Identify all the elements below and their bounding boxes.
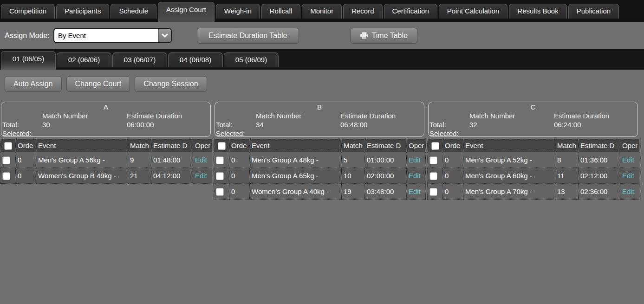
court-letter: C [429, 103, 637, 112]
session-tab-02-06-06[interactable]: 02 (06/06) [57, 52, 111, 67]
estimate-duration-table-button[interactable]: Estimate Duration Table [197, 28, 299, 44]
table-header-row: OrdeEventMatchEstimate DOper [214, 139, 426, 152]
session-tab-05-06-09[interactable]: 05 (06/09) [224, 52, 279, 67]
estimate-cell: 02:36:00 [579, 184, 620, 200]
edit-link[interactable]: Edit [622, 172, 634, 180]
estimate-duration-label: Estimate Duration [127, 112, 210, 121]
row-checkbox[interactable] [216, 188, 224, 196]
estimate-cell: 04:12:00 [151, 168, 193, 184]
edit-link[interactable]: Edit [409, 156, 421, 164]
column-header-oper: Oper [620, 139, 639, 152]
session-tab-01-06-05[interactable]: 01 (06/05) [1, 51, 56, 70]
change-session-button[interactable]: Change Session [135, 76, 207, 92]
toolbar: Assign Mode: By Event Estimate Duration … [0, 22, 644, 49]
assign-mode-value: By Event [54, 29, 158, 42]
court-letter: A [1, 103, 210, 112]
table-row: 0Men's Group A 56kg -901:48:00Edit [0, 152, 212, 168]
column-header-oper: Oper [407, 139, 426, 152]
operation-cell: Edit [193, 152, 212, 168]
court-table-a: OrdeEventMatchEstimate DOper0Men's Group… [0, 139, 212, 184]
tab-weigh-in[interactable]: Weigh-in [216, 4, 260, 19]
estimate-duration-value: 06:00:00 [127, 121, 210, 129]
court-header-a: AMatch NumberEstimate DurationTotal:3006… [1, 102, 211, 137]
tab-results-book[interactable]: Results Book [509, 4, 566, 19]
column-header-match: Match [342, 139, 365, 152]
tab-monitor[interactable]: Monitor [302, 4, 342, 19]
operation-cell: Edit [407, 184, 426, 200]
order-cell: 0 [443, 184, 463, 200]
edit-link[interactable]: Edit [409, 172, 421, 180]
row-checkbox[interactable] [429, 172, 437, 180]
event-cell: Men's Group A 65kg - [250, 168, 342, 184]
tab-schedule[interactable]: Schedule [111, 4, 156, 19]
tab-assign-court[interactable]: Assign Court [158, 2, 215, 22]
order-cell: 0 [443, 168, 463, 184]
row-checkbox[interactable] [2, 156, 10, 164]
edit-link[interactable]: Edit [622, 156, 634, 164]
row-checkbox[interactable] [429, 156, 437, 164]
column-header-event: Event [463, 139, 555, 152]
estimate-duration-value: 06:48:00 [340, 121, 424, 129]
order-cell: 0 [229, 152, 250, 168]
row-checkbox[interactable] [216, 156, 224, 164]
edit-link[interactable]: Edit [195, 156, 207, 164]
time-table-button[interactable]: Time Table [350, 28, 417, 44]
select-all-cell [428, 139, 443, 152]
table-row: 0Women's Group A 40kg -1903:48:00Edit [214, 184, 426, 200]
match-cell: 11 [555, 168, 579, 184]
event-cell: Women's Group A 40kg - [250, 184, 342, 200]
session-tab-bar: 01 (06/05)02 (06/06)03 (06/07)04 (06/08)… [0, 49, 644, 70]
selected-label: Selected: [215, 129, 256, 138]
match-cell: 8 [555, 152, 579, 168]
assign-mode-label: Assign Mode: [5, 32, 50, 40]
tab-point-calculation[interactable]: Point Calculation [439, 4, 508, 19]
table-row: 0Men's Group A 65kg -1002:00:00Edit [214, 168, 426, 184]
tab-competition[interactable]: Competition [1, 4, 55, 19]
edit-link[interactable]: Edit [195, 172, 207, 180]
select-all-checkbox[interactable] [218, 142, 226, 150]
content-area: Auto AssignChange CourtChange Session AM… [0, 70, 644, 304]
action-buttons: Auto AssignChange CourtChange Session [0, 70, 644, 92]
tab-participants[interactable]: Participants [56, 4, 109, 19]
estimate-cell: 03:48:00 [365, 184, 407, 200]
tab-record[interactable]: Record [343, 4, 382, 19]
tab-rollcall[interactable]: Rollcall [261, 4, 300, 19]
column-header-event: Event [250, 139, 342, 152]
court-panel-c: CMatch NumberEstimate DurationTotal:3206… [427, 102, 639, 200]
tab-certification[interactable]: Certification [384, 4, 437, 19]
estimate-cell: 02:12:00 [579, 168, 620, 184]
tab-publication[interactable]: Publication [568, 4, 619, 19]
match-number-value: 34 [256, 121, 340, 129]
session-tab-03-06-07[interactable]: 03 (06/07) [112, 52, 167, 67]
row-checkbox[interactable] [2, 172, 10, 180]
chevron-down-icon[interactable] [158, 29, 171, 42]
auto-assign-button[interactable]: Auto Assign [5, 76, 62, 92]
estimate-cell: 02:00:00 [365, 168, 407, 184]
select-all-checkbox[interactable] [431, 142, 439, 150]
row-checkbox[interactable] [429, 188, 437, 196]
printer-icon [360, 32, 369, 39]
estimate-duration-value: 06:24:00 [554, 121, 637, 129]
total-label: Total: [215, 121, 256, 129]
select-all-checkbox[interactable] [4, 142, 12, 150]
row-checkbox[interactable] [216, 172, 224, 180]
assign-mode-select[interactable]: By Event [53, 28, 172, 43]
row-checkbox-cell [214, 152, 229, 168]
edit-link[interactable]: Edit [622, 188, 634, 195]
total-label: Total: [1, 121, 42, 129]
court-panel-a: AMatch NumberEstimate DurationTotal:3006… [0, 102, 212, 200]
session-tab-04-06-08[interactable]: 04 (06/08) [168, 52, 223, 67]
edit-link[interactable]: Edit [409, 188, 421, 195]
change-court-button[interactable]: Change Court [66, 76, 130, 92]
operation-cell: Edit [407, 152, 426, 168]
match-number-value: 32 [469, 121, 554, 129]
estimate-duration-label: Estimate Duration [340, 112, 424, 121]
event-cell: Men's Group A 48kg - [250, 152, 342, 168]
court-header-c: CMatch NumberEstimate DurationTotal:3206… [428, 102, 638, 137]
table-row: 0Women's Group B 49kg -2104:12:00Edit [0, 168, 212, 184]
order-cell: 0 [443, 152, 463, 168]
estimate-cell: 01:48:00 [151, 152, 193, 168]
column-header-orde: Orde [16, 139, 36, 152]
court-table-c: OrdeEventMatchEstimate DOper0Men's Group… [427, 139, 639, 200]
order-cell: 0 [16, 168, 36, 184]
